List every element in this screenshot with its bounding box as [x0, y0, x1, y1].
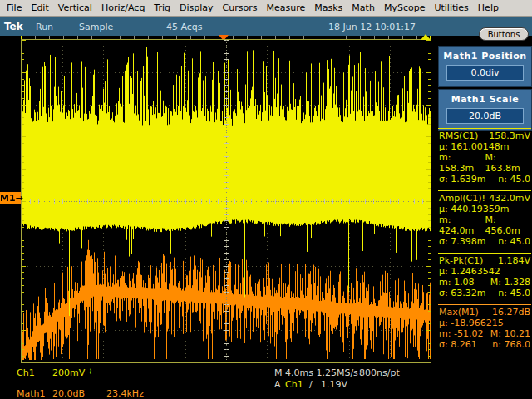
- trigger-prefix: A: [274, 379, 281, 390]
- meas-min: m: 1.08: [439, 277, 474, 288]
- meas-count: n: 45.0: [498, 174, 530, 185]
- math1-readout-label[interactable]: Math1: [17, 388, 46, 399]
- math1-position-value[interactable]: 0.0div: [446, 65, 524, 81]
- meas-title: Ampl(C1)!: [439, 193, 485, 204]
- math1-position-marker[interactable]: M1→: [0, 192, 21, 204]
- trigger-slope-icon: ∕: [309, 379, 313, 390]
- menu-trig[interactable]: Trig: [154, 2, 170, 13]
- math1-position-panel: Math1 Position 0.0div: [438, 46, 532, 87]
- menu-file[interactable]: File: [7, 2, 22, 13]
- meas-value: -16.27dB: [489, 307, 530, 318]
- meas-max: M: 1.328: [490, 277, 530, 288]
- trigger-source: Ch1: [285, 379, 303, 390]
- meas-mean: μ: 1.2463542: [439, 266, 500, 277]
- meas-count: n: 768.0: [492, 339, 530, 350]
- meas-sigma: σ: 63.32m: [439, 288, 485, 298]
- resolution-readout: 800ns/pt: [359, 367, 400, 378]
- meas-min: m: 158.3m: [439, 152, 485, 174]
- menu-masks[interactable]: Masks: [314, 2, 342, 13]
- math1-position-title: Math1 Position: [439, 51, 531, 62]
- menu-help[interactable]: Help: [478, 2, 499, 13]
- meas-value: 1.184V: [498, 255, 530, 266]
- meas-sigma: σ: 1.639m: [439, 174, 485, 185]
- meas-sigma: σ: 8.261: [439, 339, 477, 350]
- menu-cursors[interactable]: Cursors: [223, 2, 258, 13]
- meas-title: Max(M1): [439, 307, 479, 318]
- ch1-readout-label[interactable]: Ch1: [17, 367, 35, 378]
- acquisition-state: Run: [36, 22, 53, 32]
- meas-max: M: 10.21: [490, 328, 530, 339]
- readout-bar: Ch1 200mV ≀ M 4.0ms 1.25MS/s 800ns/pt A …: [0, 363, 532, 399]
- menu-display[interactable]: Display: [180, 2, 214, 13]
- math1-scale-value[interactable]: 20.0dB: [446, 108, 524, 124]
- measurement-rms-c1: RMS(C1)158.3mV μ: 161.00148m m: 158.3mM:…: [438, 128, 531, 190]
- meas-min: m: -51.02: [439, 328, 483, 339]
- meas-title: RMS(C1): [439, 131, 478, 141]
- menu-math[interactable]: Math: [352, 2, 375, 13]
- meas-value: 158.3mV: [489, 131, 530, 141]
- meas-value: 432.0mV: [489, 193, 530, 204]
- ch1-scale-readout: 200mV: [52, 367, 85, 378]
- menu-edit[interactable]: Edit: [31, 2, 48, 13]
- meas-mean: μ: -18.966215: [439, 318, 504, 328]
- meas-max: M: 163.8m: [485, 152, 530, 174]
- ch1-coupling-icon: ≀: [89, 367, 92, 376]
- meas-max: M: 456.0m: [485, 214, 530, 236]
- tek-logo: Tek: [4, 21, 23, 32]
- meas-count: n: 45.0: [498, 236, 530, 247]
- meas-mean: μ: 161.00148m: [439, 141, 509, 152]
- meas-mean: μ: 440.19359m: [439, 204, 509, 214]
- measurement-pkpk-c1: Pk-Pk(C1)1.184V μ: 1.2463542 m: 1.08M: 1…: [438, 253, 531, 304]
- menu-vertical[interactable]: Vertical: [58, 2, 92, 13]
- menu-horiz-acq[interactable]: Horiz/Acq: [101, 2, 145, 13]
- graticule: [21, 39, 431, 363]
- buttons-button[interactable]: Buttons: [479, 27, 529, 41]
- math1-scale-readout: 20.0dB: [52, 388, 85, 399]
- timebase-readout: M 4.0ms 1.25MS/s: [274, 367, 358, 378]
- menu-bar: File Edit Vertical Horiz/Acq Trig Displa…: [0, 0, 532, 17]
- menu-utilities[interactable]: Utilities: [434, 2, 468, 13]
- datetime: 18 Jun 12 10:01:17: [328, 22, 416, 32]
- math1-freq-readout: 23.4kHz: [106, 388, 144, 399]
- reference-up-arrow-icon: [421, 34, 431, 40]
- measurement-ampl-c1: Ampl(C1)!432.0mV μ: 440.19359m m: 424.0m…: [438, 190, 531, 253]
- trigger-level-readout: 1.19V: [321, 379, 347, 390]
- meas-count: n: 45.0: [498, 288, 530, 298]
- graticule-canvas: [22, 40, 431, 362]
- measurement-readouts: RMS(C1)158.3mV μ: 161.00148m m: 158.3mM:…: [438, 128, 531, 356]
- acquisition-count: 45 Acqs: [166, 22, 203, 32]
- menu-measure[interactable]: Measure: [267, 2, 306, 13]
- meas-sigma: σ: 7.398m: [439, 236, 485, 247]
- menu-myscope[interactable]: MyScope: [384, 2, 426, 13]
- math1-scale-title: Math1 Scale: [439, 94, 531, 105]
- measurement-max-m1: Max(M1)-16.27dB μ: -18.966215 m: -51.02M…: [438, 304, 531, 356]
- status-bar: Tek Run Sample 45 Acqs 18 Jun 12 10:01:1…: [0, 17, 532, 36]
- math1-scale-panel: Math1 Scale 20.0dB: [438, 89, 532, 131]
- meas-title: Pk-Pk(C1): [439, 255, 483, 266]
- acquisition-mode: Sample: [79, 22, 113, 32]
- meas-min: m: 424.0m: [439, 214, 485, 236]
